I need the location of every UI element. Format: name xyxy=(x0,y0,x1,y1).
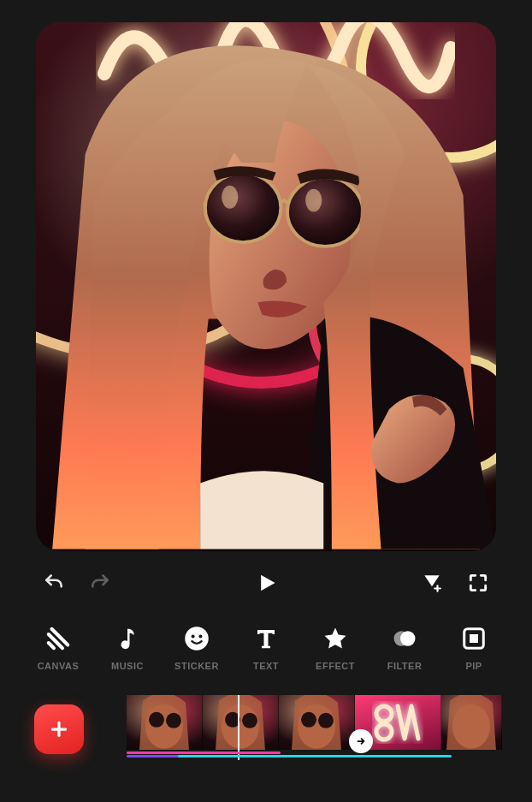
video-preview[interactable] xyxy=(36,22,496,551)
tool-label: MUSIC xyxy=(111,661,144,671)
play-icon xyxy=(254,571,278,595)
timeline xyxy=(0,695,532,763)
transition-button[interactable] xyxy=(349,729,373,753)
audio-tracks xyxy=(127,752,532,758)
svg-point-28 xyxy=(376,724,392,740)
tool-label: FILTER xyxy=(387,661,423,671)
play-button[interactable] xyxy=(253,570,279,596)
svg-point-2 xyxy=(222,186,238,209)
tool-label: PIP xyxy=(465,661,482,671)
filter-icon xyxy=(392,626,417,651)
svg-point-11 xyxy=(198,635,202,639)
add-marker-button[interactable] xyxy=(419,570,445,596)
svg-point-20 xyxy=(166,713,181,728)
svg-point-23 xyxy=(242,713,257,728)
add-clip-button[interactable] xyxy=(34,704,84,754)
clip-track[interactable] xyxy=(127,695,532,763)
svg-point-27 xyxy=(376,706,392,722)
plus-icon xyxy=(48,718,70,740)
text-icon xyxy=(253,626,279,651)
tool-canvas[interactable]: CANVAS xyxy=(29,625,87,671)
svg-point-3 xyxy=(305,189,322,212)
canvas-icon xyxy=(45,626,71,651)
svg-point-13 xyxy=(400,631,416,646)
svg-rect-15 xyxy=(470,634,478,643)
timeline-clip[interactable] xyxy=(127,695,203,750)
tool-label: CANVAS xyxy=(38,661,80,671)
tool-sticker[interactable]: STICKER xyxy=(168,625,226,671)
svg-point-19 xyxy=(149,712,164,728)
fullscreen-button[interactable] xyxy=(465,570,491,596)
pip-icon xyxy=(461,626,487,651)
sticker-icon xyxy=(184,626,210,651)
undo-button[interactable] xyxy=(41,570,67,596)
svg-line-8 xyxy=(49,643,54,648)
tool-filter[interactable]: FILTER xyxy=(375,625,434,671)
timeline-clip[interactable] xyxy=(203,695,279,750)
svg-point-25 xyxy=(301,712,316,728)
track-segment[interactable] xyxy=(178,755,452,757)
fullscreen-icon xyxy=(467,572,489,594)
tool-text[interactable]: TEXT xyxy=(237,625,295,671)
arrow-right-icon xyxy=(355,735,367,747)
transport-bar xyxy=(0,551,532,604)
track-segment[interactable] xyxy=(127,752,281,754)
timeline-clip[interactable] xyxy=(441,695,502,750)
music-icon xyxy=(115,626,140,651)
svg-point-1 xyxy=(287,177,363,247)
tool-effect[interactable]: EFFECT xyxy=(306,625,364,671)
svg-point-9 xyxy=(185,627,209,651)
undo-icon xyxy=(43,572,65,594)
tool-music[interactable]: MUSIC xyxy=(98,625,157,671)
tool-label: STICKER xyxy=(174,661,219,671)
timeline-clip[interactable] xyxy=(279,695,355,750)
tool-label: EFFECT xyxy=(316,661,355,671)
tool-pip[interactable]: PIP xyxy=(445,625,503,671)
triangle-plus-icon xyxy=(421,572,443,594)
svg-point-10 xyxy=(192,635,195,639)
tool-bar: CANVAS MUSIC STICKER TEXT EFFECT FILTER … xyxy=(0,604,532,671)
svg-line-6 xyxy=(52,629,68,645)
svg-point-0 xyxy=(205,173,281,242)
svg-point-26 xyxy=(318,713,334,728)
star-icon xyxy=(322,626,348,651)
redo-icon xyxy=(89,572,111,594)
tool-label: TEXT xyxy=(253,661,279,671)
redo-button[interactable] xyxy=(87,570,113,596)
subject-illustration xyxy=(36,22,496,551)
playhead[interactable] xyxy=(238,695,239,760)
